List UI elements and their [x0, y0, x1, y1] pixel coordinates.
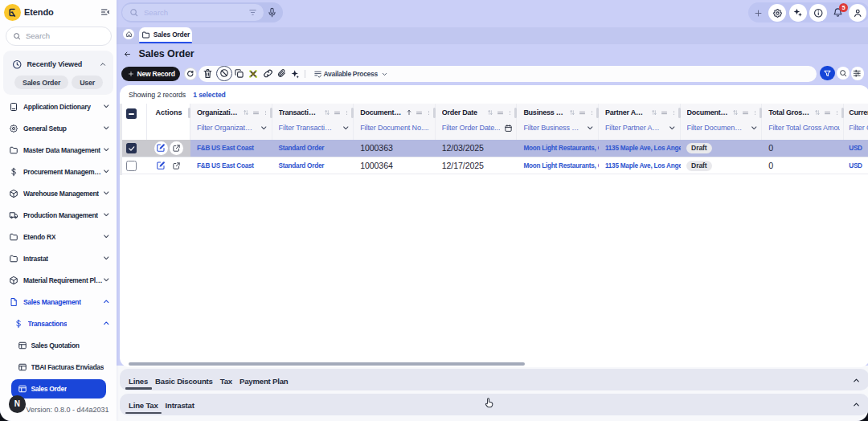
filter-cur[interactable]: Filter Currency: [844, 122, 868, 141]
column-header-trx[interactable]: Transaction Document: [272, 104, 354, 122]
about-button[interactable]: [809, 4, 827, 22]
sort-icon[interactable]: [732, 109, 739, 116]
select-all-checkbox[interactable]: [120, 104, 147, 140]
cell-cur[interactable]: USD: [844, 140, 868, 157]
table-row[interactable]: F&B US East CoastStandard Order100036312…: [120, 140, 868, 157]
column-header-total[interactable]: Total Gross Amount: [762, 104, 844, 122]
collapse-sidebar-button[interactable]: [100, 7, 110, 17]
print-button[interactable]: [248, 69, 258, 79]
window-tab-sales-order[interactable]: Sales Order: [139, 27, 192, 42]
filter-status[interactable]: Filter Document Status: [681, 122, 763, 141]
ai-button[interactable]: [290, 69, 301, 80]
column-dots-icon[interactable]: [834, 110, 840, 116]
recent-chip[interactable]: User: [72, 76, 103, 89]
cell-org[interactable]: F&B US East Coast: [190, 140, 272, 157]
filter-trx[interactable]: Filter Transaction Document: [272, 122, 354, 141]
column-menu-icon[interactable]: [742, 109, 749, 116]
column-dots-icon[interactable]: [263, 110, 268, 116]
filter-total[interactable]: Filter Total Gross Amount: [762, 122, 844, 141]
recently-viewed-header[interactable]: Recently Viewed: [3, 54, 113, 75]
back-button[interactable]: [124, 51, 131, 58]
sidebar-item-warehouse-management[interactable]: Warehouse Management: [0, 182, 117, 204]
sort-icon[interactable]: [651, 109, 657, 116]
filter-date[interactable]: Filter Order Date...: [436, 122, 518, 141]
column-dots-icon[interactable]: [426, 110, 432, 116]
sidebar-item-procurement-management[interactable]: Procurement Management: [0, 161, 117, 182]
sidebar-item-master-data-management[interactable]: Master Data Management: [0, 139, 117, 161]
attach-button[interactable]: [276, 68, 287, 79]
calendar-icon[interactable]: [504, 124, 513, 133]
sort-icon[interactable]: [324, 109, 330, 116]
recent-chip[interactable]: Sales Order: [14, 76, 68, 89]
column-header-addr[interactable]: Partner Address: [599, 104, 681, 122]
column-menu-icon[interactable]: [579, 109, 586, 116]
column-header-status[interactable]: Document Status: [681, 104, 763, 122]
column-dots-icon[interactable]: [589, 110, 595, 116]
grid-settings-button[interactable]: [851, 67, 864, 80]
filter-button[interactable]: [820, 66, 835, 81]
open-row-button[interactable]: [170, 141, 183, 155]
chevron-down-icon[interactable]: [260, 124, 268, 133]
etendo-logo[interactable]: [4, 4, 21, 21]
mic-button[interactable]: [264, 4, 280, 21]
deactivate-button[interactable]: [216, 66, 232, 82]
column-menu-icon[interactable]: [661, 109, 668, 116]
horizontal-scrollbar[interactable]: [129, 362, 525, 366]
cell-addr[interactable]: 1135 Maple Ave, Los Ange: [599, 157, 681, 174]
sidebar-item-sales-quotation[interactable]: Sales Quotation: [0, 334, 117, 356]
filter-bp[interactable]: Filter Business Partner: [517, 122, 599, 141]
cell-addr[interactable]: 1135 Maple Ave, Los Ange: [599, 140, 681, 157]
selected-count-label[interactable]: 1 selected: [193, 91, 226, 99]
sort-icon[interactable]: [487, 109, 493, 116]
sidebar-search-input[interactable]: Search: [6, 27, 112, 46]
search-filter-icon[interactable]: [248, 8, 257, 17]
chevron-up-icon[interactable]: [852, 400, 861, 409]
column-menu-icon[interactable]: [334, 109, 341, 116]
sidebar-item-tbai-facturas-enviadas[interactable]: TBAI Facturas Enviadas: [0, 356, 117, 378]
floating-badge[interactable]: N: [9, 395, 27, 413]
sort-asc-icon[interactable]: [406, 109, 412, 116]
global-search[interactable]: Search: [121, 2, 283, 22]
row-checkbox[interactable]: [120, 157, 147, 174]
bottom-tab-intrastat[interactable]: Intrastat: [162, 394, 198, 415]
copy-button[interactable]: [234, 68, 244, 79]
table-row[interactable]: F&B US East CoastStandard Order100036412…: [120, 157, 868, 175]
column-menu-icon[interactable]: [252, 109, 260, 116]
column-menu-icon[interactable]: [416, 109, 423, 116]
open-row-button[interactable]: [170, 159, 183, 173]
column-dots-icon[interactable]: [671, 110, 677, 116]
delete-button[interactable]: [203, 68, 213, 79]
column-header-cur[interactable]: Currency: [844, 104, 868, 122]
profile-button[interactable]: [849, 4, 866, 22]
bottom-tab-line-tax[interactable]: Line Tax: [125, 394, 162, 415]
notifications-button[interactable]: 5: [833, 7, 843, 19]
global-search-input[interactable]: Search: [122, 4, 264, 21]
chevron-up-icon[interactable]: [852, 376, 861, 385]
sidebar-item-intrastat[interactable]: Intrastat: [0, 247, 117, 269]
sidebar-item-production-management[interactable]: Production Management: [0, 204, 117, 226]
sidebar-item-general-setup[interactable]: General Setup: [0, 117, 117, 139]
cell-org[interactable]: F&B US East Coast: [190, 157, 272, 174]
sort-icon[interactable]: [243, 109, 249, 116]
row-checkbox[interactable]: [120, 140, 147, 157]
filter-doc[interactable]: Filter Document No....: [354, 122, 436, 141]
column-menu-icon[interactable]: [497, 109, 504, 116]
chevron-down-icon[interactable]: [342, 124, 350, 133]
bottom-tab-basic-discounts[interactable]: Basic Discounts: [152, 369, 217, 390]
sidebar-item-transactions[interactable]: Transactions: [0, 313, 117, 334]
column-dots-icon[interactable]: [507, 110, 513, 116]
link-button[interactable]: [263, 68, 273, 79]
filter-addr[interactable]: Filter Partner Address: [599, 122, 681, 141]
filter-org[interactable]: Filter Organization: [190, 122, 272, 141]
cell-bp[interactable]: Moon Light Restaurants, C: [517, 157, 599, 174]
sidebar-item-etendo-rx[interactable]: Etendo RX: [0, 226, 117, 247]
column-header-date[interactable]: Order Date: [436, 104, 518, 122]
cell-trx[interactable]: Standard Order: [272, 140, 354, 157]
grid-search-button[interactable]: [837, 67, 850, 80]
copilot-button[interactable]: [789, 4, 807, 22]
column-dots-icon[interactable]: [752, 110, 758, 116]
sidebar-item-material-requirement-planning[interactable]: Material Requirement Planning: [0, 269, 117, 291]
cell-cur[interactable]: USD: [844, 157, 868, 174]
chevron-down-icon[interactable]: [586, 124, 595, 133]
column-header-bp[interactable]: Business Partner: [517, 104, 599, 122]
